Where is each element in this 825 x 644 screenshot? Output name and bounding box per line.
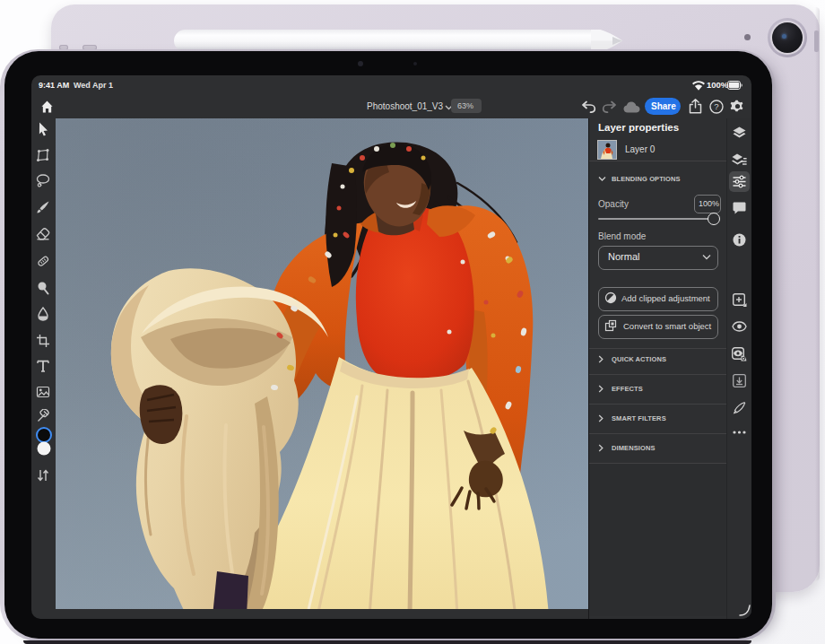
svg-text:?: ? bbox=[714, 101, 718, 111]
